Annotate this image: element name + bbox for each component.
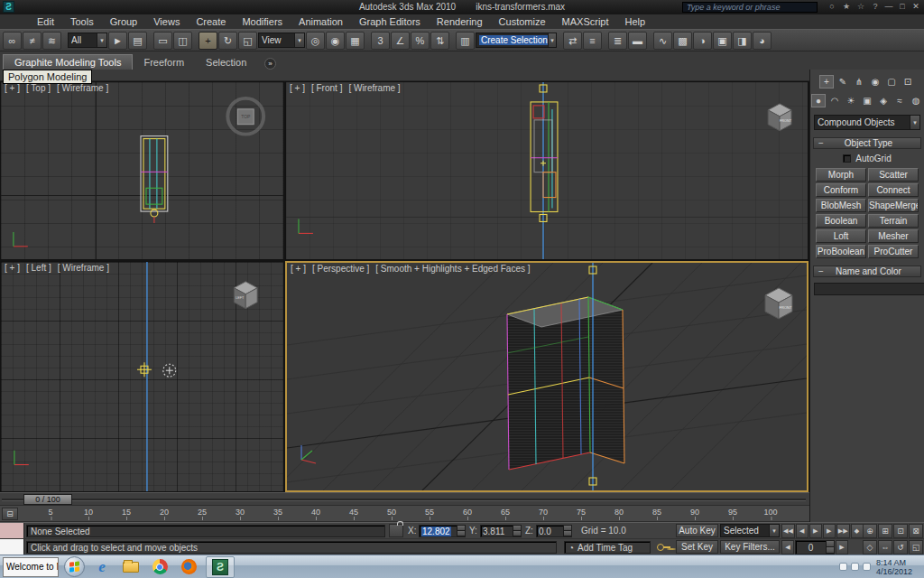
ruler-tick-70[interactable]: 70 [539, 508, 548, 517]
quick-render-icon[interactable]: ◕ [753, 32, 772, 50]
select-and-manipulate-icon[interactable]: ◉ [326, 32, 345, 50]
3dsmax-taskbar-button[interactable]: Ƨ [206, 556, 235, 578]
z-coordinate-field[interactable]: 0.0 [536, 525, 572, 537]
select-and-rotate-icon[interactable]: ↻ [218, 32, 237, 50]
render-setup-icon[interactable]: ▣ [713, 32, 732, 50]
next-key-button[interactable]: ▶ [836, 540, 848, 555]
menu-item-edit[interactable]: Edit [29, 15, 62, 28]
button-mesher[interactable]: Mesher [868, 229, 919, 243]
ruler-tick-15[interactable]: 15 [122, 508, 131, 517]
menu-item-customize[interactable]: Customize [491, 15, 554, 28]
tray-notification-icon[interactable] [863, 563, 871, 571]
select-object-icon[interactable]: ► [108, 32, 127, 50]
menu-item-rendering[interactable]: Rendering [429, 15, 491, 28]
spinner-icon[interactable] [826, 541, 834, 554]
tray-network-icon[interactable] [851, 563, 859, 571]
button-procutter[interactable]: ProCutter [868, 245, 919, 258]
viewport-name[interactable]: [ Perspective ] [312, 264, 369, 274]
window-crossing-toggle-icon[interactable]: ◫ [173, 32, 192, 50]
viewcube-left[interactable]: LEFT [234, 282, 257, 309]
button-scatter[interactable]: Scatter [868, 168, 919, 182]
object-name-input[interactable] [814, 283, 924, 295]
close-button[interactable]: ✕ [910, 1, 922, 13]
ruler-tick-65[interactable]: 65 [501, 508, 510, 517]
selection-filter-dropdown[interactable]: All▾ [68, 33, 107, 48]
select-and-move-icon[interactable]: + [199, 32, 217, 50]
previous-frame-button[interactable]: ◀ [796, 524, 808, 538]
ruler-tick-40[interactable]: 40 [311, 508, 320, 517]
button-blobmesh[interactable]: BlobMesh [816, 199, 866, 212]
timeline-ruler[interactable]: ⊟ 51015202530354045505560657075808590951… [0, 505, 809, 522]
curve-editor-icon[interactable]: ∿ [653, 32, 672, 50]
ie-icon[interactable]: e [90, 556, 114, 578]
unlink-selection-icon[interactable]: ≠ [23, 32, 42, 50]
menu-item-views[interactable]: Views [145, 15, 188, 28]
button-morph[interactable]: Morph [816, 168, 866, 182]
menu-item-graph-editors[interactable]: Graph Editors [351, 15, 429, 28]
add-time-tag[interactable]: ◔ Add Time Tag [564, 541, 651, 554]
rendered-frame-window-icon[interactable]: ◨ [733, 32, 752, 50]
folder-icon[interactable] [119, 556, 143, 578]
category-geometry[interactable]: ● [811, 94, 826, 107]
left-viewport-canvas[interactable]: LEFT [1, 262, 283, 491]
viewport-shading[interactable]: [ Wireframe ] [57, 83, 108, 93]
tab-display[interactable]: ▢ [884, 75, 899, 89]
tab-create[interactable]: + [819, 75, 834, 89]
ruler-tick-55[interactable]: 55 [425, 508, 434, 517]
viewport-left[interactable]: LEFT [ + ] [ Left ] [ Wireframe ] [0, 261, 284, 492]
minimize-button[interactable]: — [882, 1, 895, 13]
reference-coordinate-system-dropdown[interactable]: View▾ [258, 33, 305, 48]
previous-key-button[interactable]: ◀ [781, 540, 794, 555]
ruler-tick-35[interactable]: 35 [273, 508, 282, 517]
viewport-menu[interactable]: [ + ] [5, 263, 20, 273]
help-icon[interactable]: ? [868, 1, 882, 13]
menu-item-animation[interactable]: Animation [291, 15, 351, 28]
time-slider-groove[interactable] [2, 499, 806, 501]
ribbon-tab-graphite-modeling-tools[interactable]: Graphite Modeling Tools [3, 54, 133, 70]
spinner-icon[interactable] [513, 526, 521, 536]
category-lights[interactable]: ☀ [844, 94, 858, 107]
ruler-tick-25[interactable]: 25 [198, 508, 207, 517]
zoom-all-icon[interactable]: ⊞ [878, 524, 892, 538]
material-editor-icon[interactable]: ◑ [693, 32, 712, 50]
model-box[interactable] [507, 297, 624, 470]
key-mode-toggle[interactable]: ◆ [851, 524, 864, 538]
play-button[interactable]: ▶ [809, 524, 822, 538]
front-viewport-canvas[interactable]: FRONT [286, 82, 808, 260]
set-key-button[interactable]: Set Key [676, 540, 718, 554]
bind-to-space-warp-icon[interactable]: ≋ [42, 32, 61, 50]
key-set-dropdown[interactable]: Selected ▾ [720, 524, 780, 537]
viewcube-perspective[interactable]: FRONT [765, 288, 792, 319]
button-connect[interactable]: Connect [868, 183, 919, 197]
maxscript-mini-listener-bottom[interactable] [0, 539, 24, 555]
category-helpers[interactable]: ◈ [876, 94, 891, 107]
viewport-name[interactable]: [ Front ] [311, 83, 342, 93]
align-icon[interactable]: ≡ [583, 32, 602, 50]
favorites-icon[interactable]: ☆ [854, 1, 868, 13]
taskbar-clock[interactable]: 8:14 AM 4/16/2012 [876, 558, 921, 576]
viewcube-front[interactable]: FRONT [768, 104, 792, 131]
rectangular-selection-region-icon[interactable]: ▭ [153, 32, 172, 50]
autogrid-checkbox[interactable] [843, 154, 851, 163]
angle-snap-icon[interactable]: ∠ [391, 32, 410, 50]
taskbar-welcome-button[interactable]: Welcome to M [3, 557, 59, 577]
zoom-extents-all-icon[interactable]: ⊠ [909, 524, 923, 538]
viewport-shading[interactable]: [ Smooth + Highlights + Edged Faces ] [375, 264, 530, 274]
ruler-tick-90[interactable]: 90 [690, 508, 699, 517]
auto-key-button[interactable]: Auto Key [676, 524, 718, 537]
tray-volume-icon[interactable] [839, 563, 847, 571]
percent-snap-icon[interactable]: % [411, 32, 430, 50]
current-frame-field[interactable]: 0 [795, 540, 835, 555]
ruler-tick-85[interactable]: 85 [652, 508, 661, 517]
firefox-icon[interactable] [177, 556, 200, 578]
communication-center-icon[interactable]: ★ [839, 1, 854, 13]
ruler-tick-95[interactable]: 95 [728, 508, 737, 517]
button-proboolean[interactable]: ProBoolean [816, 245, 866, 258]
select-by-name-icon[interactable]: ▤ [128, 32, 147, 50]
viewport-menu[interactable]: [ + ] [291, 264, 306, 274]
viewport-front[interactable]: FRONT [ + ] [ Front ] [ Wireframe ] [285, 81, 808, 260]
ruler-tick-30[interactable]: 30 [236, 508, 245, 517]
ruler-tick-60[interactable]: 60 [463, 508, 472, 517]
select-and-scale-icon[interactable]: ◱ [238, 32, 257, 50]
button-boolean[interactable]: Boolean [816, 214, 866, 228]
